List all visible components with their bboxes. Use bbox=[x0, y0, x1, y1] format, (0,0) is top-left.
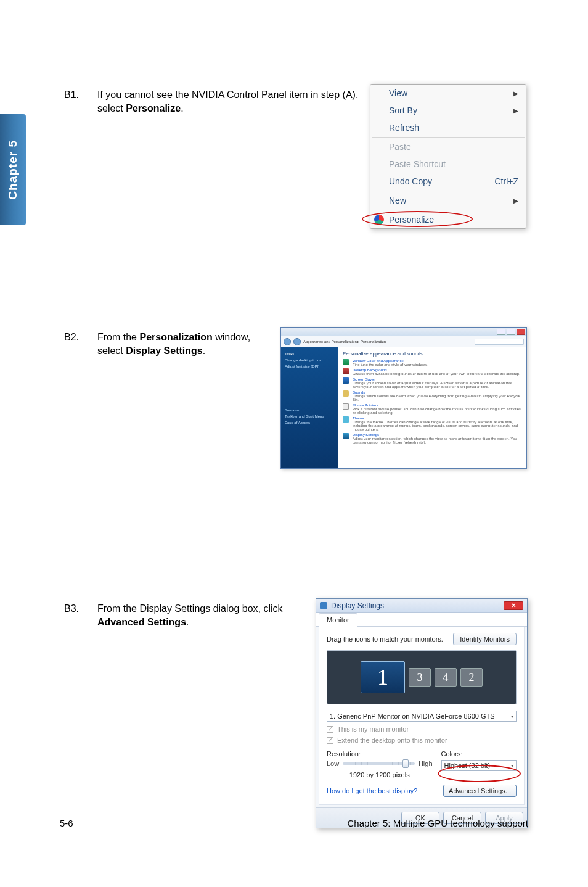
step-b3-num: B3. bbox=[64, 602, 84, 629]
item-sounds[interactable]: SoundsChange which sounds are heard when… bbox=[343, 390, 521, 402]
monitor-1[interactable]: 1 bbox=[361, 661, 405, 693]
step-b3-text: From the Display Settings dialog box, cl… bbox=[97, 602, 301, 629]
display-settings-dialog: Display Settings ✕ Monitor Drag the icon… bbox=[316, 598, 528, 828]
step-b3: B3. From the Display Settings dialog box… bbox=[64, 602, 301, 629]
item-screen-saver[interactable]: Screen SaverChange your screen saver or … bbox=[343, 377, 521, 389]
menu-new[interactable]: New▶ bbox=[370, 192, 526, 209]
separator bbox=[372, 191, 525, 191]
screen-saver-icon bbox=[343, 377, 349, 384]
menu-sort-by[interactable]: Sort By▶ bbox=[370, 102, 526, 119]
desktop-background-icon bbox=[343, 368, 349, 374]
separator bbox=[372, 137, 525, 138]
menu-paste: Paste bbox=[370, 138, 526, 155]
colors-label: Colors: bbox=[441, 750, 517, 757]
sidebar: Tasks Change desktop icons Adjust font s… bbox=[281, 347, 338, 468]
context-menu: View▶ Sort By▶ Refresh Paste Paste Short… bbox=[370, 84, 526, 229]
item-theme[interactable]: ThemeChange the theme. Themes can change… bbox=[343, 416, 521, 431]
dropdown-icon: ▾ bbox=[511, 763, 513, 769]
item-display-settings[interactable]: Display SettingsAdjust your monitor reso… bbox=[343, 433, 521, 444]
monitor-select[interactable]: 1. Generic PnP Monitor on NVIDIA GeForce… bbox=[327, 711, 517, 722]
nav-bar: Appearance and Personalization ▸ Persona… bbox=[281, 336, 526, 347]
monitor-3[interactable]: 3 bbox=[409, 668, 431, 687]
tab-monitor[interactable]: Monitor bbox=[319, 613, 357, 627]
resolution-label: Resolution: bbox=[327, 750, 433, 757]
panel-title: Personalize appearance and sounds bbox=[343, 351, 521, 357]
chapter-tab: Chapter 5 bbox=[0, 114, 26, 225]
forward-button[interactable] bbox=[293, 338, 301, 345]
checkbox-icon: ✓ bbox=[327, 726, 333, 733]
step-b2: B2. From the Personalization window, sel… bbox=[64, 331, 267, 357]
chevron-right-icon: ▶ bbox=[513, 90, 518, 97]
close-button[interactable] bbox=[517, 329, 525, 335]
dialog-title: Display Settings bbox=[331, 601, 384, 610]
titlebar bbox=[281, 328, 526, 336]
personalization-window: Appearance and Personalization ▸ Persona… bbox=[280, 327, 527, 469]
sidebar-item-taskbar[interactable]: Taskbar and Start Menu bbox=[285, 413, 334, 419]
colors-select[interactable]: Highest (32 bit) ▾ bbox=[441, 760, 517, 771]
identify-monitors-button[interactable]: Identify Monitors bbox=[453, 633, 517, 645]
search-input[interactable] bbox=[475, 339, 524, 345]
main-panel: Personalize appearance and sounds Window… bbox=[338, 347, 526, 468]
slider-thumb[interactable] bbox=[402, 759, 409, 768]
theme-icon bbox=[343, 416, 349, 423]
chapter-tab-text: Chapter 5 bbox=[6, 140, 20, 200]
personalize-icon bbox=[374, 215, 384, 225]
footer-separator bbox=[60, 812, 528, 812]
shortcut-text: Ctrl+Z bbox=[495, 176, 519, 186]
sounds-icon bbox=[343, 390, 349, 397]
chapter-title: Chapter 5: Multiple GPU technology suppo… bbox=[348, 818, 529, 828]
menu-undo-copy[interactable]: Undo CopyCtrl+Z bbox=[370, 173, 526, 190]
dropdown-icon: ▾ bbox=[511, 714, 513, 719]
menu-refresh[interactable]: Refresh bbox=[370, 119, 526, 136]
sidebar-item-desktop-icons[interactable]: Change desktop icons bbox=[285, 357, 334, 363]
sidebar-header: Tasks bbox=[285, 351, 334, 357]
sidebar-item-font-size[interactable]: Adjust font size (DPI) bbox=[285, 363, 334, 369]
drag-instruction: Drag the icons to match your monitors. bbox=[327, 635, 443, 643]
help-link[interactable]: How do I get the best display? bbox=[327, 787, 417, 794]
step-b2-text: From the Personalization window, select … bbox=[97, 331, 267, 357]
see-also-header: See also bbox=[285, 407, 334, 413]
step-b1: B1. If you cannot see the NVIDIA Control… bbox=[64, 88, 360, 115]
sidebar-item-ease[interactable]: Ease of Access bbox=[285, 419, 334, 426]
maximize-button[interactable] bbox=[507, 329, 515, 335]
slider-track[interactable] bbox=[343, 762, 415, 765]
mouse-pointers-icon bbox=[343, 403, 349, 410]
monitor-2[interactable]: 2 bbox=[460, 668, 483, 687]
minimize-button[interactable] bbox=[497, 329, 505, 335]
monitor-4[interactable]: 4 bbox=[435, 668, 457, 687]
chevron-right-icon: ▶ bbox=[513, 107, 518, 114]
extend-desktop-checkbox: ✓ Extend the desktop onto this monitor bbox=[327, 736, 517, 744]
page-number: 5-6 bbox=[60, 818, 73, 828]
step-b1-text: If you cannot see the NVIDIA Control Pan… bbox=[97, 88, 360, 115]
item-window-color[interactable]: Window Color and AppearanceFine tune the… bbox=[343, 359, 521, 366]
display-settings-icon bbox=[343, 433, 349, 439]
tab-row: Monitor bbox=[316, 613, 527, 627]
menu-view[interactable]: View▶ bbox=[370, 85, 526, 102]
breadcrumb: Appearance and Personalization ▸ Persona… bbox=[303, 339, 386, 344]
back-button[interactable] bbox=[284, 338, 291, 345]
close-button[interactable]: ✕ bbox=[504, 601, 523, 610]
dialog-titlebar: Display Settings ✕ bbox=[316, 599, 527, 613]
resolution-value: 1920 by 1200 pixels bbox=[327, 771, 433, 778]
resolution-slider[interactable]: Low High bbox=[327, 760, 433, 767]
checkbox-icon: ✓ bbox=[327, 737, 333, 744]
step-b2-num: B2. bbox=[64, 331, 84, 357]
item-desktop-background[interactable]: Desktop BackgroundChoose from available … bbox=[343, 368, 521, 376]
main-monitor-checkbox: ✓ This is my main monitor bbox=[327, 725, 517, 733]
dialog-icon bbox=[320, 602, 327, 609]
step-b1-num: B1. bbox=[64, 88, 84, 115]
monitor-panel: Drag the icons to match your monitors. I… bbox=[319, 627, 525, 805]
separator bbox=[372, 210, 525, 210]
window-color-icon bbox=[343, 359, 349, 365]
item-mouse-pointers[interactable]: Mouse PointersPick a different mouse poi… bbox=[343, 403, 521, 415]
chevron-right-icon: ▶ bbox=[513, 197, 518, 204]
advanced-settings-button[interactable]: Advanced Settings... bbox=[443, 785, 517, 797]
menu-paste-shortcut: Paste Shortcut bbox=[370, 155, 526, 173]
monitor-layout[interactable]: 1 3 4 2 bbox=[327, 650, 517, 704]
menu-personalize[interactable]: Personalize bbox=[370, 211, 526, 228]
